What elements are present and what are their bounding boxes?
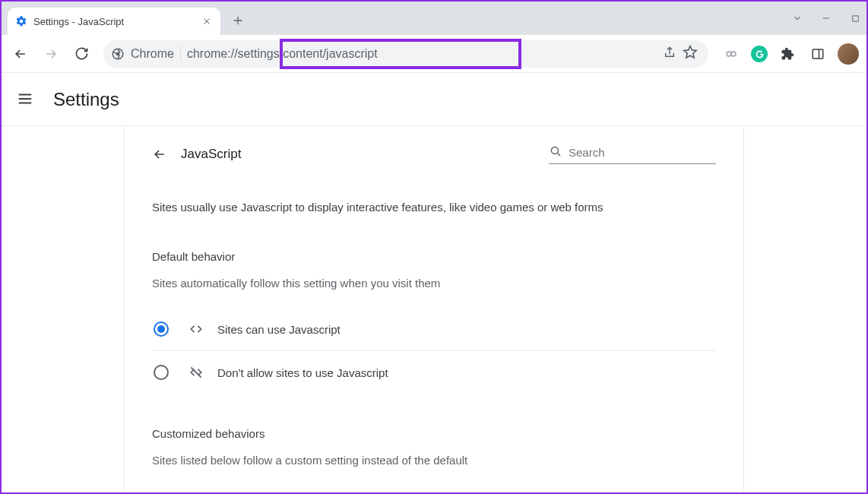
code-brackets-icon [188,321,204,337]
url-input[interactable] [187,47,657,61]
minimize-button[interactable] [821,13,832,24]
browser-toolbar: Chrome [2,35,866,73]
maximize-button[interactable] [850,13,860,24]
settings-search[interactable] [549,144,716,164]
search-input[interactable] [569,146,716,159]
default-behavior-subtitle: Sites automatically follow this setting … [152,277,716,290]
intro-text: Sites usually use Javascript to display … [152,201,716,214]
option-allow-js[interactable]: Sites can use Javascript [152,308,716,351]
browser-tab[interactable]: Settings - JavaScript [8,8,220,35]
share-icon[interactable] [663,46,676,62]
radio-selected[interactable] [154,321,169,337]
forward-button[interactable] [38,41,64,67]
settings-card: JavaScript Sites usually use Javascript … [124,126,744,492]
customized-subtitle: Sites listed below follow a custom setti… [152,454,716,467]
close-icon[interactable] [201,15,213,27]
search-icon [549,144,562,160]
svg-point-6 [551,147,558,154]
gear-icon [15,15,27,27]
svg-rect-5 [813,49,823,59]
side-panel-icon[interactable] [807,43,828,65]
back-button[interactable] [8,41,33,67]
window-controls [792,2,860,35]
new-tab-button[interactable] [227,9,249,32]
customized-title: Customized behaviors [152,427,716,440]
svg-point-3 [727,52,731,56]
reload-button[interactable] [68,41,94,67]
chevron-down-icon[interactable] [792,13,803,24]
code-brackets-off-icon [188,365,204,380]
option-block-js[interactable]: Don't allow sites to use Javascript [152,351,716,394]
settings-header: Settings [2,73,866,126]
radio-unselected[interactable] [154,365,169,380]
menu-icon[interactable] [17,90,35,109]
tab-title: Settings - JavaScript [33,16,195,27]
omnibox-divider [180,46,181,62]
profile-avatar[interactable] [838,43,859,65]
option-label: Sites can use Javascript [217,323,341,336]
omnibox-chip: Chrome [131,47,174,61]
extensions-icon[interactable] [777,43,798,65]
svg-rect-0 [852,15,857,21]
address-bar[interactable]: Chrome [103,40,708,68]
settings-body: JavaScript Sites usually use Javascript … [2,126,866,492]
option-label: Don't allow sites to use Javascript [217,366,388,379]
page-title: JavaScript [181,147,535,162]
app-title: Settings [53,89,119,110]
back-arrow-icon[interactable] [152,147,167,162]
extension-link-icon[interactable] [721,43,742,65]
default-behavior-title: Default behavior [152,250,716,263]
tab-strip: Settings - JavaScript [2,2,866,35]
chrome-logo-icon [111,47,125,61]
svg-point-4 [731,52,736,56]
star-icon[interactable] [683,45,698,62]
grammarly-icon[interactable] [751,46,768,62]
